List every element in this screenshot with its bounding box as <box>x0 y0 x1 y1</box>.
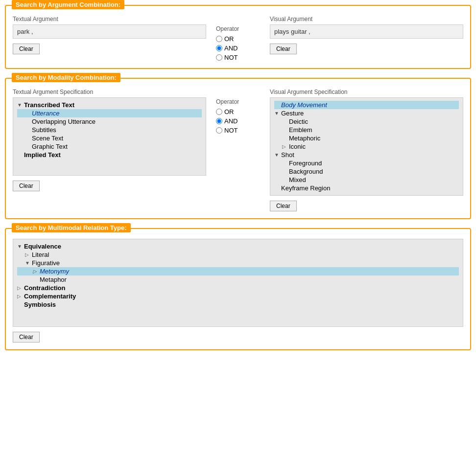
radio-and-1[interactable] <box>216 45 222 51</box>
visual-spec-tree[interactable]: Body Movement▼GestureDeicticEmblemMetaph… <box>270 97 463 196</box>
relation-type-tree[interactable]: ▼Equivalence▷Literal▼Figurative▷Metonymy… <box>13 239 463 327</box>
textual-argument-col: Textual Argument Clear <box>13 16 206 54</box>
operator-label-2: Operator <box>216 98 260 105</box>
textual-spec-col: Textual Argument Specification ▼Transcri… <box>13 89 206 191</box>
section1-title: Search by Argument Combination: <box>12 0 124 9</box>
tree-item[interactable]: ▼Shot <box>274 151 459 159</box>
radio-not-1[interactable] <box>216 54 222 61</box>
tree-item[interactable]: ▷Complementarity <box>17 292 459 300</box>
section3-title: Search by Multimodal Relation Type: <box>12 223 131 232</box>
tree-item[interactable]: Subtitles <box>17 126 202 134</box>
tree-item[interactable]: Symbiosis <box>17 300 459 309</box>
tree-item[interactable]: ▷Literal <box>17 251 459 259</box>
operator-label-1: Operator <box>216 25 260 32</box>
section2-title: Search by Modality Combination: <box>12 73 120 82</box>
tree-item[interactable]: Emblem <box>274 126 459 134</box>
section-argument-combination: Search by Argument Combination: Textual … <box>5 5 471 69</box>
radio-not-2[interactable] <box>216 127 222 134</box>
tree-item[interactable]: ▼Gesture <box>274 109 459 117</box>
operator-group-2: OR AND NOT <box>216 108 260 134</box>
operator-not-1[interactable]: NOT <box>216 54 260 61</box>
visual-argument-col: Visual Argument Clear <box>270 16 463 54</box>
operator-or-1[interactable]: OR <box>216 35 260 43</box>
tree-item[interactable]: Metaphor <box>17 275 459 284</box>
clear-relation-button[interactable]: Clear <box>13 332 40 342</box>
textual-argument-input[interactable] <box>13 24 206 39</box>
tree-item[interactable]: ▼Figurative <box>17 259 459 267</box>
tree-item[interactable]: Scene Text <box>17 134 202 142</box>
tree-item[interactable]: ▷Metonymy <box>17 267 459 275</box>
operator-group-1: OR AND NOT <box>216 35 260 61</box>
operator-col-1: Operator OR AND NOT <box>216 16 260 61</box>
clear-textual-spec-button[interactable]: Clear <box>13 181 40 191</box>
tree-item[interactable]: ▼Equivalence <box>17 242 459 251</box>
clear-visual-button[interactable]: Clear <box>270 44 297 54</box>
tree-item[interactable]: Keyframe Region <box>274 184 459 192</box>
tree-item[interactable]: Mixed <box>274 176 459 184</box>
tree-item[interactable]: Graphic Text <box>17 142 202 151</box>
operator-and-1[interactable]: AND <box>216 45 260 52</box>
operator-not-2[interactable]: NOT <box>216 127 260 134</box>
tree-item[interactable]: Body Movement <box>274 101 459 109</box>
tree-item[interactable]: Foreground <box>274 159 459 167</box>
textual-spec-label: Textual Argument Specification <box>13 89 206 95</box>
operator-col-2: Operator OR AND NOT <box>216 89 260 134</box>
operator-or-2[interactable]: OR <box>216 108 260 115</box>
section-relation-type: Search by Multimodal Relation Type: ▼Equ… <box>5 228 471 350</box>
tree-item[interactable]: Overlapping Utterance <box>17 117 202 126</box>
textual-spec-tree[interactable]: ▼Transcribed TextUtteranceOverlapping Ut… <box>13 97 206 176</box>
operator-and-2[interactable]: AND <box>216 117 260 125</box>
radio-and-2[interactable] <box>216 118 222 124</box>
section-modality-combination: Search by Modality Combination: Textual … <box>5 78 471 219</box>
radio-or-2[interactable] <box>216 109 222 115</box>
tree-item[interactable]: Implied Text <box>17 151 202 159</box>
visual-argument-input[interactable] <box>270 24 463 39</box>
tree-item[interactable]: ▷Iconic <box>274 142 459 151</box>
textual-argument-label: Textual Argument <box>13 16 206 23</box>
tree-item[interactable]: ▼Transcribed Text <box>17 101 202 109</box>
visual-argument-label: Visual Argument <box>270 16 463 23</box>
radio-or-1[interactable] <box>216 36 222 42</box>
visual-spec-col: Visual Argument Specification Body Movem… <box>270 89 463 211</box>
tree-item[interactable]: Deictic <box>274 117 459 126</box>
visual-spec-label: Visual Argument Specification <box>270 89 463 95</box>
tree-item[interactable]: Metaphoric <box>274 134 459 142</box>
tree-item[interactable]: Utterance <box>17 109 202 117</box>
clear-textual-button[interactable]: Clear <box>13 44 40 54</box>
clear-visual-spec-button[interactable]: Clear <box>270 201 297 211</box>
tree-item[interactable]: ▷Contradiction <box>17 284 459 292</box>
tree-item[interactable]: Background <box>274 167 459 176</box>
